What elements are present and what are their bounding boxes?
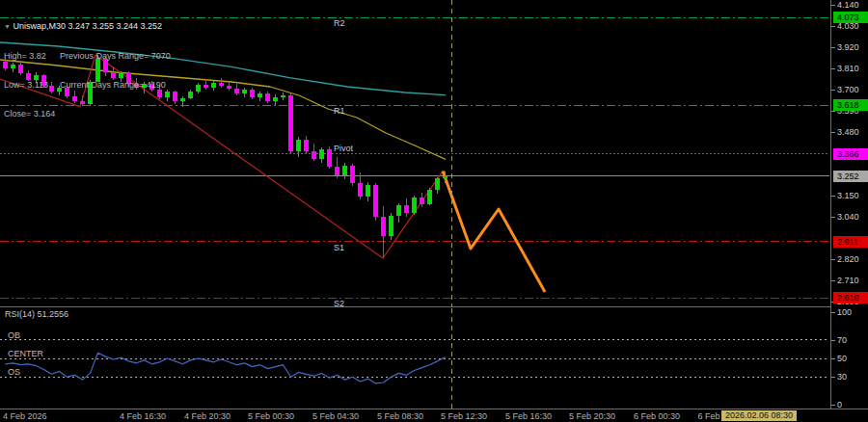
- price-level-badge: 3.618: [833, 99, 868, 111]
- pivot-level-label: S2: [334, 299, 344, 308]
- pivot-level-label: R2: [334, 18, 345, 28]
- rsi-center-label: CENTER: [8, 349, 43, 358]
- time-axis[interactable]: 4 Feb 20264 Feb 16:304 Feb 20:305 Feb 00…: [0, 409, 868, 422]
- time-label: 5 Feb 08:30: [377, 411, 423, 421]
- candle-body: [389, 216, 393, 236]
- price-tick: 3.150: [831, 191, 868, 200]
- time-label: 5 Feb 12:30: [441, 411, 487, 421]
- pivot-level-label: R1: [334, 106, 345, 116]
- time-label: 5 Feb 00:30: [248, 411, 294, 421]
- candle-body: [350, 166, 355, 183]
- candle-body: [250, 90, 255, 97]
- price-tick: 3.480: [831, 127, 868, 137]
- time-label: 4 Feb 2026: [3, 411, 47, 421]
- symbol-title: Uniswap,M30: [13, 21, 66, 31]
- candle-body: [342, 166, 347, 175]
- price-level-badge: 4.073: [833, 12, 868, 23]
- candle-body: [319, 149, 324, 159]
- rsi-overbought-label: OB: [8, 330, 20, 340]
- candle-body: [211, 83, 216, 88]
- candle-body: [412, 198, 417, 213]
- price-tick: 3.920: [831, 42, 868, 52]
- candle-body: [420, 198, 424, 204]
- pivot-level-label: S1: [334, 243, 344, 252]
- rsi-tick: 50: [831, 354, 868, 363]
- candle-body: [288, 95, 293, 151]
- candle-body: [312, 151, 316, 158]
- trading-terminal-window: ▼ Uniswap,M30 3.247 3.255 3.244 3.252 Hi…: [0, 0, 868, 422]
- candle-body: [173, 92, 177, 101]
- candle-body: [381, 217, 386, 236]
- time-label: 4 Feb 20:30: [184, 411, 231, 421]
- rsi-indicator-canvas[interactable]: [0, 308, 830, 409]
- candle-body: [258, 93, 262, 97]
- rsi-tick: 100: [831, 307, 868, 317]
- rsi-line: [6, 353, 446, 383]
- info-line-1: High= 3.82Previous Days Range= 7070: [4, 51, 171, 61]
- time-label: 6 Feb: [697, 411, 719, 421]
- price-tick: 2.820: [831, 254, 868, 264]
- candle-body: [273, 97, 278, 101]
- time-label: 5 Feb 16:30: [505, 411, 552, 421]
- price-tick: 3.040: [831, 212, 868, 222]
- rsi-tick: 30: [831, 372, 868, 382]
- candle-body: [327, 149, 332, 167]
- candle-body: [219, 83, 224, 86]
- forecast-line: [443, 171, 545, 292]
- info-line-2: Low= 3.113Current Days Range= 4190: [4, 80, 171, 90]
- panel-separator[interactable]: [0, 306, 868, 307]
- candle-body: [335, 167, 339, 175]
- candle-body: [304, 140, 309, 152]
- candle-body: [396, 205, 401, 216]
- candle-body: [427, 190, 432, 204]
- rsi-tick: 70: [831, 335, 868, 345]
- candle-body: [196, 85, 201, 92]
- price-level-badge: 2.619: [833, 292, 868, 303]
- price-tick: 2.710: [831, 276, 868, 285]
- symbol-line: ▼ Uniswap,M30 3.247 3.255 3.244 3.252: [4, 21, 171, 32]
- time-label: 5 Feb 04:30: [312, 411, 359, 421]
- chart-header: ▼ Uniswap,M30 3.247 3.255 3.244 3.252 Hi…: [4, 2, 171, 138]
- candle-body: [366, 185, 370, 197]
- candle-body: [188, 92, 193, 98]
- time-label: 5 Feb 20:30: [569, 411, 615, 421]
- price-level-badge: 2.911: [833, 236, 868, 248]
- candle-body: [281, 95, 285, 97]
- candle-body: [242, 90, 247, 93]
- selected-time-badge: 2026.02.06 08:30: [721, 410, 797, 421]
- price-level-badge: 3.366: [833, 148, 868, 160]
- info-line-3: Close= 3.164: [4, 109, 171, 119]
- time-label: 6 Feb 00:30: [634, 411, 680, 421]
- price-axis[interactable]: 4.1404.0303.9203.8103.7003.5903.4803.150…: [830, 0, 868, 409]
- pivot-level-label: Pivot: [334, 144, 353, 153]
- candle-body: [234, 89, 239, 93]
- candle-body: [265, 93, 270, 101]
- candle-body: [180, 98, 185, 101]
- collapse-chevron-icon[interactable]: ▼: [4, 23, 11, 30]
- candle-body: [227, 86, 231, 89]
- time-label: 4 Feb 16:30: [120, 411, 166, 421]
- price-tick: 4.140: [831, 0, 868, 10]
- rsi-indicator-label: RSI(14) 51.2556: [5, 309, 68, 319]
- price-level-badge: 3.252: [833, 171, 868, 182]
- rsi-oversold-label: OS: [8, 367, 20, 377]
- price-tick: 3.810: [831, 64, 868, 73]
- candle-body: [404, 205, 409, 213]
- candle-body: [358, 183, 363, 197]
- candle-body: [373, 185, 378, 217]
- candle-body: [443, 176, 448, 179]
- ohlc-values: 3.247 3.255 3.244 3.252: [68, 21, 163, 31]
- candle-body: [296, 140, 301, 151]
- candle-body: [435, 178, 440, 189]
- candle-body: [203, 85, 208, 88]
- price-tick: 3.700: [831, 85, 868, 94]
